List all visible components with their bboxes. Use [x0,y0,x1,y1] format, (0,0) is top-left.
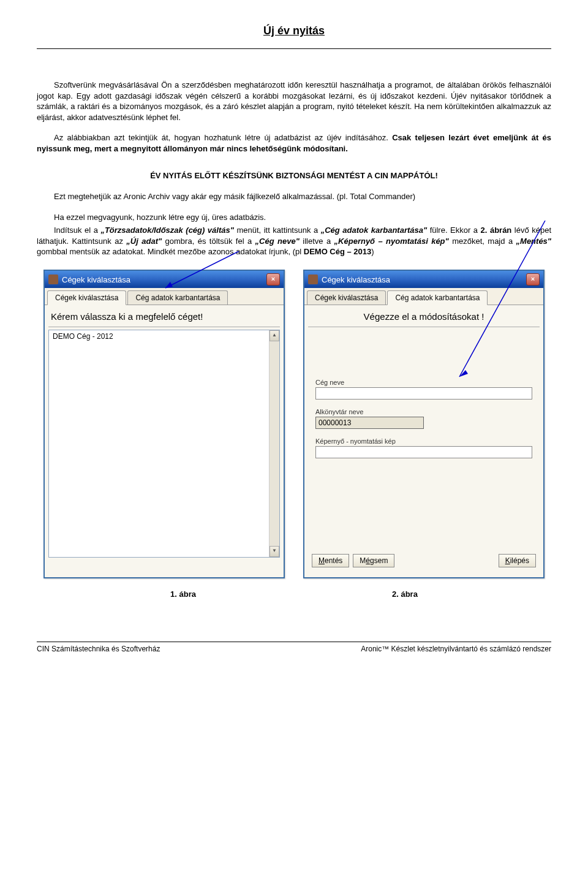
save-button[interactable]: MMentésentés [312,554,349,567]
scrollbar[interactable]: ▲ ▼ [269,330,279,557]
paragraph-3: Ezt megtehetjük az Aronic Archiv vagy ak… [37,191,551,202]
dialog-title: Cégek kiválasztása [322,275,390,284]
tab-select-company[interactable]: Cégek kiválasztása [307,290,386,305]
exit-button[interactable]: Kilépés [499,554,536,567]
company-name-input[interactable] [315,387,532,400]
page-footer: CIN Számítástechnika és Szoftverház Aron… [0,642,588,665]
label-company-name: Cég neve [315,379,532,386]
tab-maintain-company[interactable]: Cég adatok karbantartása [387,290,488,305]
scroll-down-icon[interactable]: ▼ [270,546,279,557]
page-title: Új év nyitás [37,25,551,37]
footer-right: Aronic™ Készlet készletnyilvántartó és s… [361,645,551,653]
tab-bar: Cégek kiválasztása Cég adatok karbantart… [45,288,284,305]
tab-maintain-company[interactable]: Cég adatok karbantartása [127,290,228,305]
list-item[interactable]: DEMO Cég - 2012 [49,330,279,343]
screenshots-row: Cégek kiválasztása × Cégek kiválasztása … [37,270,551,578]
caption-fig1: 1. ábra [170,589,196,599]
button-row: MMentésentés Mégsem Kilépés [312,554,536,567]
scroll-up-icon[interactable]: ▲ [270,330,279,341]
tab-select-company[interactable]: Cégek kiválasztása [47,290,126,305]
label-subdir: Alkönyvtár neve [315,408,532,415]
app-icon [48,275,58,284]
header-separator [37,48,551,49]
app-icon [308,275,318,284]
subdir-input[interactable] [315,417,424,429]
screen-print-input[interactable] [315,446,532,458]
prompt-text: Kérem válassza ki a megfelelő céget! [48,308,280,327]
close-icon[interactable]: × [526,273,540,286]
cancel-button[interactable]: Mégsem [353,554,394,567]
dialog-title: Cégek kiválasztása [62,275,130,284]
section-heading: ÉV NYITÁS ELŐTT KÉSZÍTSÜNK BIZTONSÁGI ME… [37,171,551,180]
titlebar: Cégek kiválasztása × [304,271,543,288]
paragraph-5: Indítsuk el a „Törzsadatok/Időszak (cég)… [37,225,551,257]
dialog-edit-company: Cégek kiválasztása × Cégek kiválasztása … [303,270,545,578]
company-listbox[interactable]: DEMO Cég - 2012 ▲ ▼ [48,330,280,558]
label-screen-print: Képernyő - nyomtatási kép [315,438,532,445]
figure-captions: 1. ábra 2. ábra [37,589,551,599]
tab-bar: Cégek kiválasztása Cég adatok karbantart… [304,288,543,305]
footer-left: CIN Számítástechnika és Szoftverház [37,645,160,653]
close-icon[interactable]: × [266,273,280,286]
paragraph-2a: Az alábbiakban azt tekintjük át, hogyan … [54,133,392,142]
caption-fig2: 2. ábra [392,589,418,599]
paragraph-1: Szoftverünk megvásárlásával Ön a szerződ… [37,80,551,123]
dialog-select-company: Cégek kiválasztása × Cégek kiválasztása … [43,270,285,578]
prompt-text: Végezze el a módosításokat ! [308,308,540,327]
paragraph-4: Ha ezzel megvagyunk, hozzunk létre egy ú… [37,212,551,223]
paragraph-2: Az alábbiakban azt tekintjük át, hogyan … [37,132,551,154]
titlebar: Cégek kiválasztása × [45,271,284,288]
